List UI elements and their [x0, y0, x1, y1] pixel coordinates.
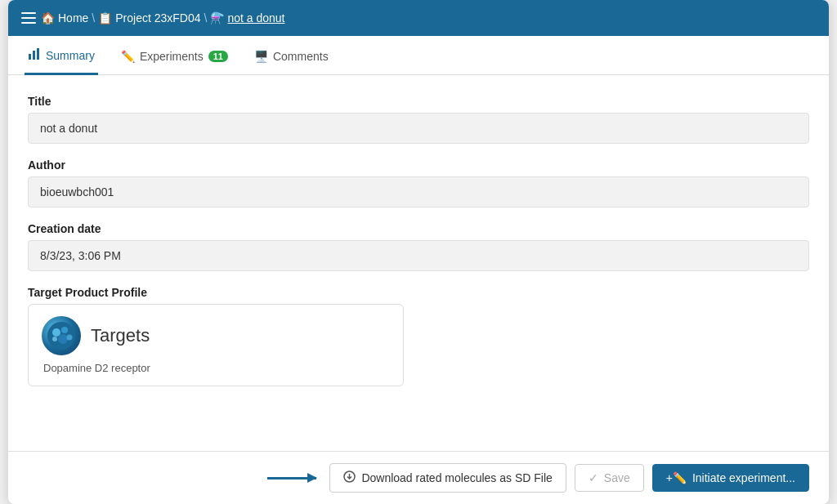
- author-field-group: Author bioeuwbch001: [28, 158, 809, 207]
- tpp-icon: [42, 316, 81, 355]
- tpp-card: Targets Dopamine D2 receptor: [28, 304, 404, 386]
- svg-rect-0: [29, 54, 31, 60]
- tab-summary[interactable]: Summary: [25, 47, 98, 75]
- tpp-header: Targets: [42, 316, 390, 355]
- molecule-icon: ⚗️: [210, 11, 224, 25]
- home-icon: 🏠: [41, 11, 55, 25]
- download-button[interactable]: Download rated molecules as SD File: [329, 463, 566, 493]
- plus-pencil-icon: +✏️: [666, 471, 687, 484]
- tab-experiments-label: Experiments: [140, 50, 204, 63]
- author-label: Author: [28, 158, 809, 172]
- tab-summary-label: Summary: [46, 49, 95, 62]
- svg-point-4: [52, 328, 60, 337]
- home-link[interactable]: 🏠 Home: [41, 11, 88, 25]
- creation-date-label: Creation date: [28, 222, 809, 235]
- project-icon: 📋: [98, 11, 112, 25]
- creation-date-value: 8/3/23, 3:06 PM: [28, 240, 809, 271]
- main-content: Title not a donut Author bioeuwbch001 Cr…: [8, 75, 829, 451]
- svg-point-6: [58, 334, 68, 344]
- current-item[interactable]: not a donut: [227, 11, 284, 25]
- breadcrumb: 🏠 Home \ 📋 Project 23xFD04 \ ⚗️ not a do…: [41, 11, 284, 25]
- pencil-icon: ✏️: [121, 50, 135, 63]
- title-value: not a donut: [28, 113, 809, 144]
- tab-comments-label: Comments: [273, 50, 329, 63]
- download-button-label: Download rated molecules as SD File: [361, 471, 552, 484]
- tabs-bar: Summary ✏️ Experiments 11 🖥️ Comments: [8, 36, 829, 75]
- title-label: Title: [28, 95, 809, 108]
- project-link[interactable]: 📋 Project 23xFD04: [98, 11, 200, 25]
- home-label: Home: [58, 11, 88, 25]
- svg-point-5: [61, 327, 68, 333]
- creation-date-field-group: Creation date 8/3/23, 3:06 PM: [28, 222, 809, 271]
- tab-comments[interactable]: 🖥️ Comments: [251, 50, 332, 75]
- tpp-card-subtitle: Dopamine D2 receptor: [42, 362, 390, 374]
- save-button[interactable]: ✓ Save: [575, 464, 644, 492]
- tpp-label: Target Product Profile: [28, 286, 809, 299]
- experiments-badge: 11: [208, 51, 228, 62]
- breadcrumb-sep-1: \: [92, 11, 95, 25]
- menu-button[interactable]: [21, 12, 36, 24]
- arrow-indicator: [267, 477, 316, 479]
- app-window: 🏠 Home \ 📋 Project 23xFD04 \ ⚗️ not a do…: [8, 0, 829, 504]
- svg-rect-1: [33, 51, 35, 60]
- download-icon: [343, 471, 356, 485]
- bar-chart-icon: [28, 47, 41, 63]
- top-bar: 🏠 Home \ 📋 Project 23xFD04 \ ⚗️ not a do…: [8, 0, 829, 36]
- svg-rect-2: [37, 48, 39, 60]
- arrow-line: [267, 477, 316, 479]
- tpp-card-title: Targets: [91, 325, 150, 346]
- tpp-field-group: Target Product Profile Targets: [28, 286, 809, 386]
- footer: Download rated molecules as SD File ✓ Sa…: [8, 451, 829, 504]
- check-icon: ✓: [589, 471, 598, 484]
- initiate-button-label: Initiate experiment...: [692, 471, 795, 484]
- tab-experiments[interactable]: ✏️ Experiments 11: [118, 50, 231, 75]
- author-value: bioeuwbch001: [28, 176, 809, 207]
- svg-point-7: [52, 337, 57, 341]
- initiate-experiment-button[interactable]: +✏️ Initiate experiment...: [652, 464, 809, 492]
- save-button-label: Save: [604, 471, 630, 484]
- comment-icon: 🖥️: [254, 50, 268, 63]
- breadcrumb-sep-2: \: [204, 11, 208, 25]
- svg-point-8: [67, 335, 73, 341]
- title-field-group: Title not a donut: [28, 95, 809, 144]
- project-label: Project 23xFD04: [115, 11, 200, 25]
